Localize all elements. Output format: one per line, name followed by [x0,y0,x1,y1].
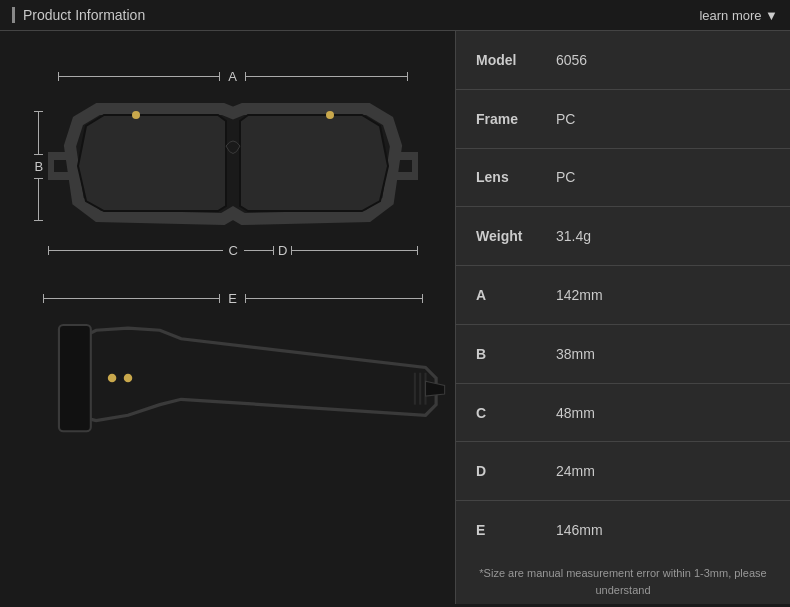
spec-row: E146mm [456,501,790,559]
spec-label: Lens [476,169,556,185]
dimension-e-line: E [43,291,423,306]
spec-value: PC [556,169,575,185]
dim-e-label: E [220,291,245,306]
spec-value: 24mm [556,463,595,479]
spec-label: B [476,346,556,362]
spec-row: D24mm [456,442,790,501]
spec-table: Model6056FramePCLensPCWeight31.4gA142mmB… [456,31,790,559]
dim-c-line [48,250,223,251]
spec-value: 142mm [556,287,603,303]
page-header: Product Information learn more ▼ [0,0,790,31]
learn-more-button[interactable]: learn more ▼ [699,8,778,23]
dim-d-label: D [274,243,291,258]
spec-label: D [476,463,556,479]
sunglasses-front-view [48,86,418,256]
spec-value: PC [556,111,575,127]
svg-point-1 [326,111,334,119]
svg-point-6 [107,374,116,383]
spec-row: FramePC [456,90,790,149]
spec-row: B38mm [456,325,790,384]
spec-label: Frame [476,111,556,127]
dim-c-label: C [223,243,244,258]
dim-d-line [291,250,417,251]
spec-row: Model6056 [456,31,790,90]
dim-b-line [38,111,39,155]
spec-label: C [476,405,556,421]
page-title: Product Information [12,7,145,23]
spec-label: E [476,522,556,538]
dim-b-line-bottom [38,178,39,222]
spec-label: A [476,287,556,303]
dim-a-label: A [220,69,245,84]
left-panel: A B [0,31,455,604]
dim-b-label: B [35,159,44,174]
dimension-a-line: A [58,69,408,84]
footnote: *Size are manual measurement error withi… [456,559,790,604]
dim-e-line-right [245,298,423,299]
spec-value: 146mm [556,522,603,538]
dimension-b-container: B [35,111,44,221]
svg-rect-2 [58,325,90,431]
spec-row: LensPC [456,149,790,208]
spec-value: 31.4g [556,228,591,244]
side-view-svg [43,309,447,479]
front-view-svg [48,91,418,251]
svg-point-7 [123,374,132,383]
side-view-container: E [33,281,433,501]
dim-e-line-left [43,298,221,299]
spec-value: 38mm [556,346,595,362]
spec-value: 6056 [556,52,587,68]
dim-a-line-left [58,76,221,77]
dim-a-line-right [245,76,408,77]
main-content: A B [0,31,790,604]
dimension-cd-container: C D [48,241,418,259]
spec-row: A142mm [456,266,790,325]
spec-label: Weight [476,228,556,244]
right-panel: Model6056FramePCLensPCWeight31.4gA142mmB… [455,31,790,604]
top-view-container: A B [33,41,433,271]
spec-label: Model [476,52,556,68]
spec-value: 48mm [556,405,595,421]
svg-point-0 [132,111,140,119]
spec-row: C48mm [456,384,790,443]
dim-c-right-line [244,250,274,251]
spec-row: Weight31.4g [456,207,790,266]
